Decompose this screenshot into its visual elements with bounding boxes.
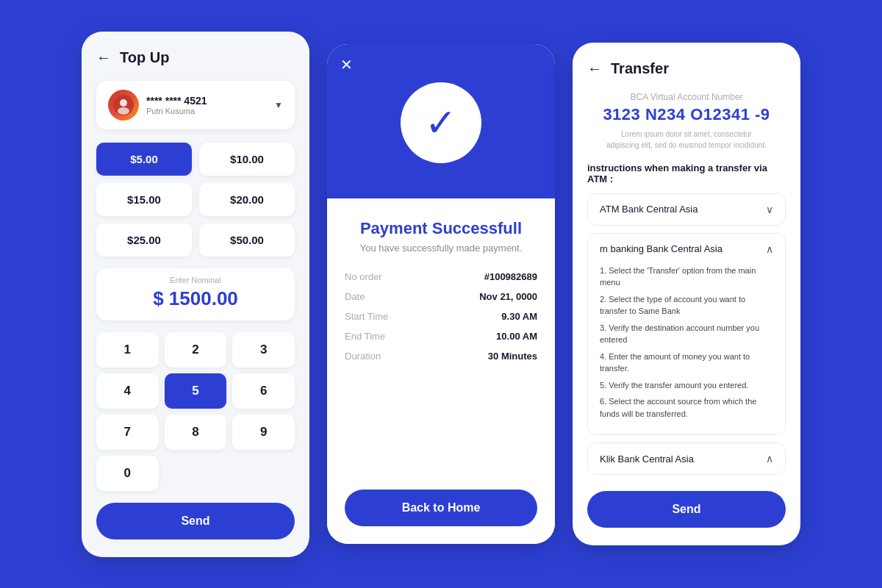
va-description: Lorem ipsum dolor sit amet, consectetur … bbox=[587, 129, 786, 151]
topup-screen: ← Top Up bbox=[82, 32, 309, 557]
start-time-value: 9.30 AM bbox=[501, 311, 537, 322]
success-circle: ✓ bbox=[401, 82, 481, 163]
instructions-title: instructions when making a transfer via … bbox=[587, 162, 786, 184]
numpad-9[interactable]: 9 bbox=[232, 415, 295, 450]
svg-point-1 bbox=[120, 99, 127, 107]
va-section: BCA Virtual Account Number 3123 N234 O12… bbox=[587, 92, 786, 151]
list-item: 1. Select the 'Transfer' option from the… bbox=[600, 265, 773, 289]
list-item: 3. Verify the destination account number… bbox=[600, 322, 773, 346]
chevron-down-icon: ▼ bbox=[274, 100, 283, 110]
accordion-mbanking-body: 1. Select the 'Transfer' option from the… bbox=[588, 265, 785, 435]
success-title: Payment Successfull bbox=[345, 219, 537, 238]
date-value: Nov 21, 0000 bbox=[479, 291, 537, 302]
account-selector[interactable]: **** **** 4521 Putri Kusuma ▼ bbox=[96, 81, 295, 129]
amount-button-4[interactable]: $20.00 bbox=[199, 183, 295, 216]
accordion-atm: ATM Bank Central Asia ∨ bbox=[587, 193, 786, 226]
checkmark-icon: ✓ bbox=[425, 104, 457, 142]
start-time-label: Start Time bbox=[345, 311, 388, 322]
receipt-duration: Duration 30 Minutes bbox=[345, 351, 537, 362]
list-item: 2. Select the type of account you want t… bbox=[600, 293, 773, 318]
numpad-5[interactable]: 5 bbox=[165, 373, 227, 409]
topup-back-button[interactable]: ← bbox=[96, 50, 111, 65]
numpad-6[interactable]: 6 bbox=[232, 373, 295, 409]
chevron-up-icon: ∧ bbox=[766, 453, 773, 465]
amount-button-3[interactable]: $15.00 bbox=[96, 183, 192, 216]
chevron-down-icon: ∨ bbox=[766, 204, 773, 215]
numpad-8[interactable]: 8 bbox=[165, 415, 227, 450]
accordion-klik-label: Klik Bank Central Asia bbox=[600, 453, 694, 465]
receipt-end-time: End Time 10.00 AM bbox=[345, 331, 537, 342]
success-bottom-section: Payment Successfull You have successfull… bbox=[327, 198, 555, 544]
numpad-3[interactable]: 3 bbox=[232, 332, 295, 368]
numpad-2[interactable]: 2 bbox=[165, 332, 227, 368]
receipt-date: Date Nov 21, 0000 bbox=[345, 291, 537, 302]
chevron-up-icon: ∧ bbox=[766, 243, 773, 255]
svg-point-2 bbox=[118, 107, 129, 115]
transfer-send-button[interactable]: Send bbox=[587, 491, 786, 528]
list-item: 5. Verify the transfer amount you entere… bbox=[600, 379, 773, 392]
nominal-section: Enter Nominal $ 1500.00 bbox=[96, 268, 295, 320]
no-order-label: No order bbox=[345, 271, 382, 282]
date-label: Date bbox=[345, 291, 365, 302]
amount-button-6[interactable]: $50.00 bbox=[199, 223, 295, 257]
nominal-value: $ 1500.00 bbox=[108, 287, 283, 310]
duration-value: 30 Minutes bbox=[488, 351, 537, 362]
transfer-screen: ← Transfer BCA Virtual Account Number 31… bbox=[573, 43, 800, 546]
topup-header: ← Top Up bbox=[96, 49, 295, 66]
accordion-atm-header[interactable]: ATM Bank Central Asia ∨ bbox=[588, 194, 785, 225]
accordion-mbanking-header[interactable]: m banking Bank Central Asia ∧ bbox=[588, 234, 785, 265]
amount-button-1[interactable]: $5.00 bbox=[96, 143, 192, 176]
transfer-back-button[interactable]: ← bbox=[587, 61, 602, 76]
numpad-1[interactable]: 1 bbox=[96, 332, 159, 368]
accordion-atm-label: ATM Bank Central Asia bbox=[600, 204, 698, 215]
avatar bbox=[108, 90, 139, 121]
accordion-mbanking-label: m banking Bank Central Asia bbox=[600, 243, 723, 254]
numpad-0[interactable]: 0 bbox=[96, 456, 159, 491]
end-time-value: 10.00 AM bbox=[496, 331, 537, 342]
receipt-no-order: No order #100982689 bbox=[345, 271, 537, 282]
payment-success-screen: ✕ ✓ Payment Successfull You have success… bbox=[327, 44, 555, 544]
list-item: 4. Enter the amount of money you want to… bbox=[600, 351, 773, 375]
accordion-mbanking: m banking Bank Central Asia ∧ 1. Select … bbox=[587, 233, 786, 436]
transfer-title: Transfer bbox=[611, 60, 669, 77]
numpad-4[interactable]: 4 bbox=[96, 373, 159, 409]
amount-button-5[interactable]: $25.00 bbox=[96, 223, 192, 257]
back-to-home-button[interactable]: Back to Home bbox=[345, 490, 537, 526]
account-info: **** **** 4521 Putri Kusuma bbox=[146, 95, 207, 115]
account-name: Putri Kusuma bbox=[146, 107, 207, 115]
transfer-header: ← Transfer bbox=[587, 60, 786, 77]
va-number: 3123 N234 O12341 -9 bbox=[587, 105, 786, 124]
topup-send-button[interactable]: Send bbox=[96, 503, 295, 539]
success-top-section: ✕ ✓ bbox=[327, 44, 555, 198]
nominal-label: Enter Nominal bbox=[108, 276, 283, 284]
accordion-klik-header[interactable]: Klik Bank Central Asia ∧ bbox=[588, 443, 785, 474]
close-button[interactable]: ✕ bbox=[340, 57, 353, 72]
numpad-7[interactable]: 7 bbox=[96, 415, 159, 450]
mbanking-steps-list: 1. Select the 'Transfer' option from the… bbox=[600, 265, 773, 420]
amount-button-2[interactable]: $10.00 bbox=[199, 143, 295, 176]
amount-grid: $5.00 $10.00 $15.00 $20.00 $25.00 $50.00 bbox=[96, 143, 295, 257]
success-subtitle: You have successfully made payment. bbox=[345, 243, 537, 254]
list-item: 6. Select the account source from which … bbox=[600, 395, 773, 420]
receipt-start-time: Start Time 9.30 AM bbox=[345, 311, 537, 322]
va-label: BCA Virtual Account Number bbox=[587, 92, 786, 102]
accordion-klik: Klik Bank Central Asia ∧ bbox=[587, 442, 786, 475]
account-number: **** **** 4521 bbox=[146, 95, 207, 107]
duration-label: Duration bbox=[345, 351, 381, 362]
no-order-value: #100982689 bbox=[484, 271, 537, 282]
topup-title: Top Up bbox=[120, 49, 169, 66]
end-time-label: End Time bbox=[345, 331, 385, 342]
account-left: **** **** 4521 Putri Kusuma bbox=[108, 90, 207, 121]
numpad: 1 2 3 4 5 6 7 8 9 0 bbox=[96, 332, 295, 491]
